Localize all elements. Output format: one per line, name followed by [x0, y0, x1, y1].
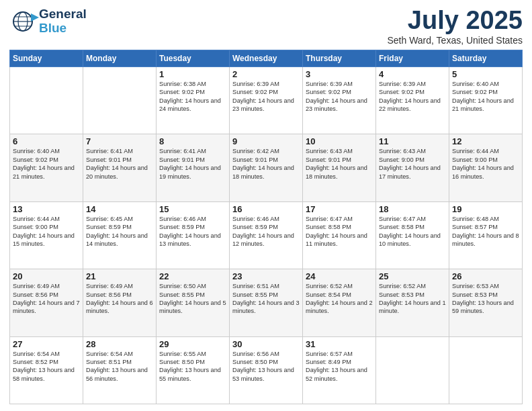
calendar-cell: 16Sunrise: 6:46 AM Sunset: 8:59 PM Dayli… [230, 201, 303, 269]
day-info: Sunrise: 6:53 AM Sunset: 8:53 PM Dayligh… [452, 282, 519, 316]
day-info: Sunrise: 6:39 AM Sunset: 9:02 PM Dayligh… [306, 80, 373, 113]
location: Seth Ward, Texas, United States [387, 35, 523, 46]
day-number: 13 [13, 204, 80, 214]
day-info: Sunrise: 6:39 AM Sunset: 9:02 PM Dayligh… [232, 80, 300, 113]
calendar-cell: 25Sunrise: 6:52 AM Sunset: 8:53 PM Dayli… [376, 269, 449, 336]
day-info: Sunrise: 6:41 AM Sunset: 9:01 PM Dayligh… [86, 147, 153, 181]
calendar-cell: 8Sunrise: 6:41 AM Sunset: 9:01 PM Daylig… [157, 134, 230, 201]
calendar-week-row: 1Sunrise: 6:38 AM Sunset: 9:02 PM Daylig… [10, 66, 523, 134]
day-info: Sunrise: 6:51 AM Sunset: 8:55 PM Dayligh… [232, 282, 300, 316]
day-info: Sunrise: 6:46 AM Sunset: 8:59 PM Dayligh… [159, 215, 226, 248]
calendar-cell: 18Sunrise: 6:47 AM Sunset: 8:58 PM Dayli… [376, 201, 449, 269]
calendar-cell: 21Sunrise: 6:49 AM Sunset: 8:56 PM Dayli… [83, 269, 157, 336]
weekday-header: Saturday [449, 50, 523, 66]
day-number: 18 [379, 204, 446, 214]
day-number: 31 [306, 339, 373, 349]
day-info: Sunrise: 6:43 AM Sunset: 9:01 PM Dayligh… [306, 147, 373, 181]
day-number: 5 [452, 69, 519, 79]
day-info: Sunrise: 6:57 AM Sunset: 8:49 PM Dayligh… [306, 350, 373, 383]
day-info: Sunrise: 6:56 AM Sunset: 8:50 PM Dayligh… [232, 350, 300, 383]
calendar-week-row: 20Sunrise: 6:49 AM Sunset: 8:56 PM Dayli… [10, 269, 523, 336]
day-info: Sunrise: 6:43 AM Sunset: 9:00 PM Dayligh… [379, 147, 446, 181]
calendar-cell: 9Sunrise: 6:42 AM Sunset: 9:01 PM Daylig… [230, 134, 303, 201]
weekday-header: Sunday [10, 50, 83, 66]
weekday-header: Thursday [303, 50, 376, 66]
page: General Blue July 2025 Seth Ward, Texas,… [0, 0, 532, 411]
calendar-cell: 14Sunrise: 6:45 AM Sunset: 8:59 PM Dayli… [83, 201, 157, 269]
weekday-header: Tuesday [157, 50, 230, 66]
day-number: 21 [86, 271, 153, 281]
day-number: 12 [452, 136, 519, 146]
day-info: Sunrise: 6:44 AM Sunset: 9:00 PM Dayligh… [452, 147, 519, 181]
weekday-header: Friday [376, 50, 449, 66]
day-number: 11 [379, 136, 446, 146]
day-number: 8 [159, 136, 226, 146]
day-info: Sunrise: 6:46 AM Sunset: 8:59 PM Dayligh… [232, 215, 300, 248]
calendar-cell [376, 336, 449, 404]
day-number: 20 [13, 271, 80, 281]
day-number: 27 [13, 339, 80, 349]
calendar-cell: 19Sunrise: 6:48 AM Sunset: 8:57 PM Dayli… [449, 201, 523, 269]
day-info: Sunrise: 6:40 AM Sunset: 9:02 PM Dayligh… [13, 147, 80, 181]
calendar-cell: 11Sunrise: 6:43 AM Sunset: 9:00 PM Dayli… [376, 134, 449, 201]
calendar-cell [449, 336, 523, 404]
logo-blue: Blue [39, 21, 87, 36]
calendar-cell [10, 66, 83, 134]
day-info: Sunrise: 6:42 AM Sunset: 9:01 PM Dayligh… [232, 147, 300, 181]
day-number: 10 [306, 136, 373, 146]
day-info: Sunrise: 6:55 AM Sunset: 8:50 PM Dayligh… [159, 350, 226, 383]
day-number: 28 [86, 339, 153, 349]
day-number: 19 [452, 204, 519, 214]
calendar-cell: 5Sunrise: 6:40 AM Sunset: 9:02 PM Daylig… [449, 66, 523, 134]
calendar-cell: 3Sunrise: 6:39 AM Sunset: 9:02 PM Daylig… [303, 66, 376, 134]
day-number: 6 [13, 136, 80, 146]
weekday-header: Wednesday [230, 50, 303, 66]
title-block: July 2025 Seth Ward, Texas, United State… [387, 7, 523, 46]
day-info: Sunrise: 6:47 AM Sunset: 8:58 PM Dayligh… [379, 215, 446, 248]
day-info: Sunrise: 6:39 AM Sunset: 9:02 PM Dayligh… [379, 80, 446, 113]
calendar-cell: 17Sunrise: 6:47 AM Sunset: 8:58 PM Dayli… [303, 201, 376, 269]
day-info: Sunrise: 6:49 AM Sunset: 8:56 PM Dayligh… [86, 282, 153, 316]
calendar-cell: 20Sunrise: 6:49 AM Sunset: 8:56 PM Dayli… [10, 269, 83, 336]
calendar-cell: 24Sunrise: 6:52 AM Sunset: 8:54 PM Dayli… [303, 269, 376, 336]
day-info: Sunrise: 6:44 AM Sunset: 9:00 PM Dayligh… [13, 215, 80, 248]
day-number: 17 [306, 204, 373, 214]
calendar-cell: 7Sunrise: 6:41 AM Sunset: 9:01 PM Daylig… [83, 134, 157, 201]
day-info: Sunrise: 6:47 AM Sunset: 8:58 PM Dayligh… [306, 215, 373, 248]
day-number: 30 [232, 339, 300, 349]
day-number: 1 [159, 69, 226, 79]
day-number: 26 [452, 271, 519, 281]
day-number: 25 [379, 271, 446, 281]
day-number: 4 [379, 69, 446, 79]
header: General Blue July 2025 Seth Ward, Texas,… [9, 7, 523, 46]
day-number: 23 [232, 271, 300, 281]
calendar-week-row: 6Sunrise: 6:40 AM Sunset: 9:02 PM Daylig… [10, 134, 523, 201]
calendar-cell: 27Sunrise: 6:54 AM Sunset: 8:52 PM Dayli… [10, 336, 83, 404]
day-info: Sunrise: 6:52 AM Sunset: 8:53 PM Dayligh… [379, 282, 446, 316]
day-info: Sunrise: 6:45 AM Sunset: 8:59 PM Dayligh… [86, 215, 153, 248]
svg-marker-5 [31, 13, 39, 21]
day-info: Sunrise: 6:50 AM Sunset: 8:55 PM Dayligh… [159, 282, 226, 316]
day-number: 7 [86, 136, 153, 146]
calendar-cell: 4Sunrise: 6:39 AM Sunset: 9:02 PM Daylig… [376, 66, 449, 134]
day-number: 3 [306, 69, 373, 79]
logo: General Blue [9, 7, 87, 36]
calendar-cell: 13Sunrise: 6:44 AM Sunset: 9:00 PM Dayli… [10, 201, 83, 269]
calendar-cell: 12Sunrise: 6:44 AM Sunset: 9:00 PM Dayli… [449, 134, 523, 201]
day-info: Sunrise: 6:40 AM Sunset: 9:02 PM Dayligh… [452, 80, 519, 113]
weekday-header-row: SundayMondayTuesdayWednesdayThursdayFrid… [10, 50, 523, 66]
calendar-cell: 1Sunrise: 6:38 AM Sunset: 9:02 PM Daylig… [157, 66, 230, 134]
day-number: 16 [232, 204, 300, 214]
calendar-cell: 15Sunrise: 6:46 AM Sunset: 8:59 PM Dayli… [157, 201, 230, 269]
calendar-cell: 6Sunrise: 6:40 AM Sunset: 9:02 PM Daylig… [10, 134, 83, 201]
calendar-cell: 23Sunrise: 6:51 AM Sunset: 8:55 PM Dayli… [230, 269, 303, 336]
calendar-cell: 31Sunrise: 6:57 AM Sunset: 8:49 PM Dayli… [303, 336, 376, 404]
calendar-cell: 29Sunrise: 6:55 AM Sunset: 8:50 PM Dayli… [157, 336, 230, 404]
day-info: Sunrise: 6:38 AM Sunset: 9:02 PM Dayligh… [159, 80, 226, 113]
day-number: 15 [159, 204, 226, 214]
day-number: 24 [306, 271, 373, 281]
day-number: 2 [232, 69, 300, 79]
day-info: Sunrise: 6:54 AM Sunset: 8:51 PM Dayligh… [86, 350, 153, 383]
day-info: Sunrise: 6:54 AM Sunset: 8:52 PM Dayligh… [13, 350, 80, 383]
weekday-header: Monday [83, 50, 157, 66]
